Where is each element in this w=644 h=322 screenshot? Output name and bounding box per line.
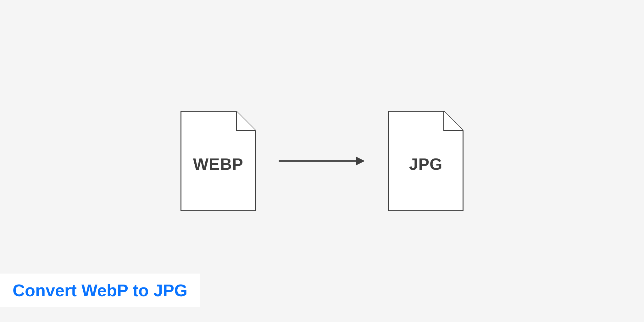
arrow-right-icon <box>278 155 366 167</box>
source-format-label: WEBP <box>193 155 243 174</box>
svg-marker-2 <box>356 157 365 165</box>
target-format-label: JPG <box>409 155 442 174</box>
page-caption: Convert WebP to JPG <box>0 274 200 307</box>
caption-text: Convert WebP to JPG <box>13 281 187 300</box>
target-file-icon: JPG <box>388 111 464 211</box>
svg-line-0 <box>236 111 256 131</box>
file-fold-icon <box>236 111 256 131</box>
file-fold-icon <box>443 111 464 131</box>
svg-line-3 <box>443 111 464 131</box>
source-file-icon: WEBP <box>180 111 256 211</box>
